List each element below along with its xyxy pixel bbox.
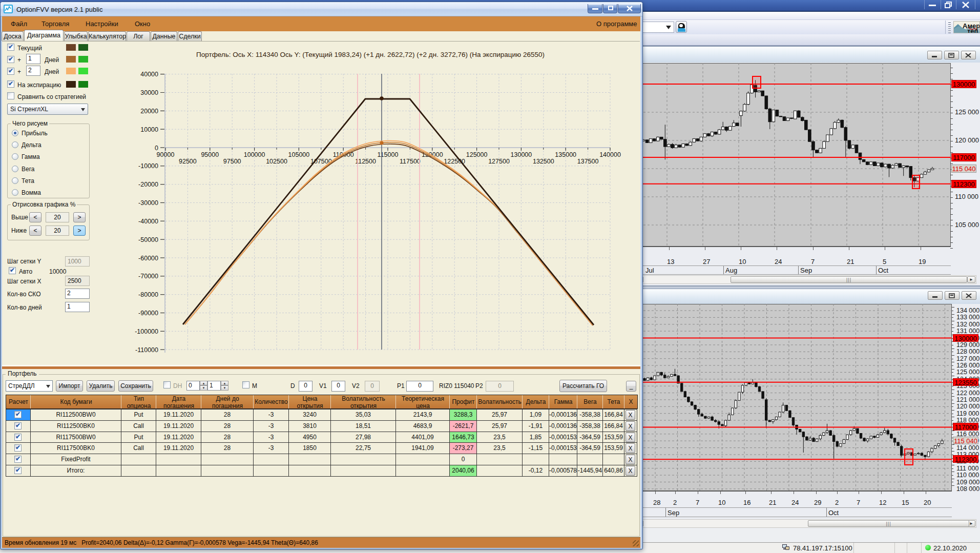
svg-text:135000: 135000 [555,151,576,158]
svg-text:-10000: -10000 [138,162,158,170]
svg-text:0: 0 [155,145,158,152]
svg-text:95000: 95000 [201,151,219,158]
svg-text:112500: 112500 [355,158,376,165]
svg-text:20000: 20000 [140,108,158,115]
svg-text:-100000: -100000 [135,328,158,335]
svg-text:-110000: -110000 [135,346,158,354]
svg-text:-20000: -20000 [138,181,158,188]
svg-text:137500: 137500 [577,158,599,165]
svg-text:-40000: -40000 [138,218,158,225]
svg-text:115000: 115000 [378,151,399,158]
svg-text:40000: 40000 [140,71,158,78]
svg-text:-70000: -70000 [138,273,158,280]
svg-text:90000: 90000 [157,151,175,158]
svg-text:132500: 132500 [533,158,554,165]
svg-text:Портфель: Ось X: 114340 Ось Y:: Портфель: Ось X: 114340 Ось Y: (Текущий … [196,51,545,58]
svg-text:10000: 10000 [140,126,158,133]
svg-text:105000: 105000 [288,151,310,158]
svg-text:117500: 117500 [400,158,421,165]
svg-text:-80000: -80000 [138,291,158,298]
svg-text:-60000: -60000 [138,255,158,262]
svg-text:100000: 100000 [244,151,265,158]
svg-text:140000: 140000 [599,151,621,158]
svg-text:127500: 127500 [488,158,510,165]
svg-text:125000: 125000 [466,151,488,158]
svg-text:-30000: -30000 [138,199,158,207]
svg-text:102500: 102500 [266,158,287,165]
svg-text:-90000: -90000 [138,310,158,317]
svg-text:97500: 97500 [223,158,241,165]
svg-text:130000: 130000 [511,151,532,158]
svg-text:30000: 30000 [140,89,158,96]
svg-text:-50000: -50000 [138,236,158,243]
svg-text:92500: 92500 [179,158,197,165]
